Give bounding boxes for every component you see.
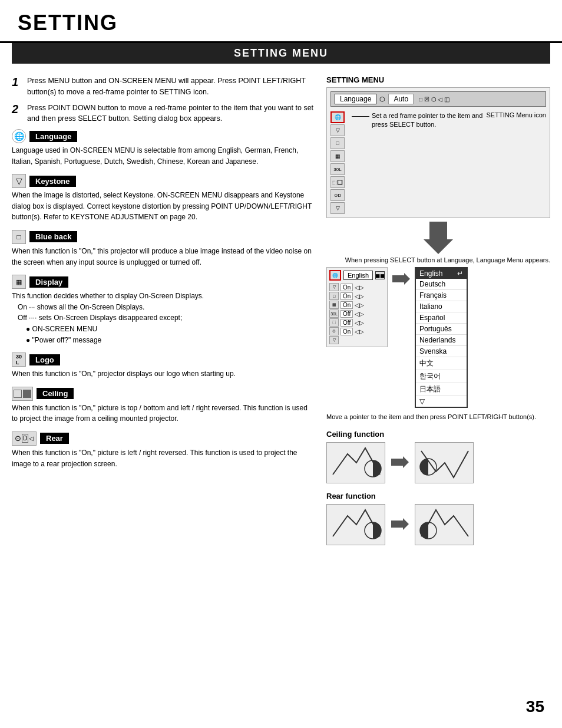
step-2-text: Press POINT DOWN button to move a red-fr… [27,103,315,125]
rear-after-svg [415,504,473,545]
menu-bar: Language ⬡ Auto □ ☒ ⬡ ◁ ◫ [330,91,546,107]
section-heading: SETTING MENU [12,43,550,64]
menu-body: 🌐 ▽ □ ▦ 30L ⬚🔲 ⊙D ▽ Set a red frame poin… [330,111,546,214]
left-column: 1 Press MENU button and ON-SCREEN MENU w… [12,70,315,554]
side-icon-3: ▦ [330,150,345,162]
ceiling-function-section: Ceiling function [326,430,550,483]
small-menu-row7: ▽ [329,336,385,344]
item-keystone: ▽ Keystone When the image is distorted, … [12,174,315,223]
small-menu-row5: ⬚ Off ◁▷ [329,318,385,327]
lang-item-chinese: 中文 [416,357,467,370]
lang-item-italiano: Italiano [416,301,467,312]
menu-auto-label: Auto [388,94,414,104]
red-frame-text: Set a red frame pointer to the item and … [372,111,484,130]
move-note: Move a pointer to the item and then pres… [326,413,550,421]
keystone-icon: ▽ [12,174,26,188]
svg-marker-1 [392,273,410,285]
lang-item-english-selected: English ↵ [416,268,467,279]
rear-arrow [391,518,409,532]
ceiling-after-svg [415,442,473,483]
display-desc: This function decides whether to display… [12,291,315,345]
step-2: 2 Press POINT DOWN button to move a red-… [12,103,315,125]
display-bullet2: ● "Power off?" message [26,336,101,344]
setting-icon-label: SETTING Menu icon [487,111,546,118]
ceiling-label: Ceiling [37,388,74,399]
small-menu-row2: □ On ◁▷ [329,292,385,300]
rear-function-title: Rear function [326,492,550,500]
right-setting-menu-label: SETTING MENU [326,75,550,84]
lang-english: English [419,269,442,278]
display-off-text: Off ···· sets On-Screen Displays disappe… [18,314,182,322]
page-number: 35 [526,697,544,716]
lang-item-portugues: Português [416,324,467,335]
small-selector-icon: ◼◼ [375,271,385,279]
lang-item-korean: 한국어 [416,370,467,383]
item-rear: ⊙ D ◁ Rear When this function is "On," p… [12,431,315,469]
svg-marker-6 [391,518,409,530]
small-menu-panel: 🌐 English ◼◼ ▽ On ◁▷ □ On ◁▷ ▦ On ◁▷ 30L… [326,267,388,347]
display-on-text: On ··· shows all the On-Screen Displays. [18,303,144,311]
step-1-text: Press MENU button and ON-SCREEN MENU wil… [27,75,315,98]
side-icon-4: 30L [330,163,345,175]
side-icon-1: ▽ [330,124,345,136]
small-menu-row3: ▦ On ◁▷ [329,301,385,309]
arrow-right-container [392,267,410,285]
small-english-label: English [343,271,373,280]
blue-back-label: Blue back [29,231,77,242]
menu-divider-icon: ⬡ [379,95,385,103]
side-icon-7: ▽ [330,202,345,214]
annotation-area: Set a red frame pointer to the item and … [348,111,484,214]
small-menu-row1: ▽ On ◁▷ [329,283,385,291]
rear-desc: When this function is "On," picture is l… [12,447,315,469]
logo-label: Logo [29,354,60,365]
svg-marker-0 [424,222,453,254]
small-menu-row4: 30L Off ◁▷ [329,309,385,318]
lang-item-japanese: 日本語 [416,383,467,396]
item-blue-back: □ Blue back When this function is "On," … [12,230,315,268]
keystone-label: Keystone [29,176,76,187]
rear-before-box [326,504,385,545]
arrow-down-svg [424,222,453,254]
lang-item-svenska: Svenska [416,346,467,357]
side-icon-6: ⊙D [330,189,345,201]
ceiling-arrow-svg [391,456,409,468]
small-menu-items: ▽ On ◁▷ □ On ◁▷ ▦ On ◁▷ 30L Off ◁▷ ⬚ Off… [329,283,385,344]
language-popup: English ↵ Deutsch Français Italiano Espa… [415,267,468,408]
item-logo: 30L Logo When this function is "On," pro… [12,353,315,380]
keystone-desc: When the image is distorted, select Keys… [12,190,315,223]
right-column: SETTING MENU Language ⬡ Auto □ ☒ ⬡ ◁ ◫ 🌐… [326,70,550,554]
rear-after-box [415,504,474,545]
annotation-line [352,116,369,117]
side-icon-active: 🌐 [330,111,345,123]
rear-arrow-svg [391,518,409,530]
arrow-note: When pressing SELECT button at Language,… [326,256,550,263]
language-selection-area: 🌐 English ◼◼ ▽ On ◁▷ □ On ◁▷ ▦ On ◁▷ 30L… [326,267,550,408]
small-active-icon: 🌐 [329,270,341,281]
step-1-num: 1 [12,75,22,89]
display-desc-line1: This function decides whether to display… [12,292,204,300]
menu-icons: □ ☒ ⬡ ◁ ◫ [419,96,449,103]
menu-diagram-top: Language ⬡ Auto □ ☒ ⬡ ◁ ◫ 🌐 ▽ □ ▦ 30L ⬚🔲… [326,87,550,218]
side-icons-col: 🌐 ▽ □ ▦ 30L ⬚🔲 ⊙D ▽ [330,111,346,214]
display-label: Display [29,276,68,288]
lang-item-espanol: Español [416,312,467,324]
ceiling-diagram [326,442,550,483]
rear-function-section: Rear function [326,492,550,545]
item-display: ▦ Display This function decides whether … [12,275,315,345]
ceiling-function-title: Ceiling function [326,430,550,439]
lang-item-deutsch: Deutsch [416,279,467,290]
small-menu-top: 🌐 English ◼◼ [329,270,385,281]
rear-label: Rear [40,433,69,444]
item-language: 🌐 Language Language used in ON-SCREEN ME… [12,129,315,167]
rear-icon: ⊙ D ◁ [12,431,37,446]
lang-item-nederlands: Nederlands [416,335,467,346]
ceiling-before-svg [327,442,385,483]
logo-icon: 30L [12,353,26,367]
step-1: 1 Press MENU button and ON-SCREEN MENU w… [12,75,315,98]
rear-diagram [326,504,550,545]
page-title: SETTING [18,11,118,35]
side-icon-5: ⬚🔲 [330,176,345,188]
ceiling-arrow [391,456,409,470]
ceiling-before-box [326,442,385,483]
lang-item-francais: Français [416,290,467,301]
